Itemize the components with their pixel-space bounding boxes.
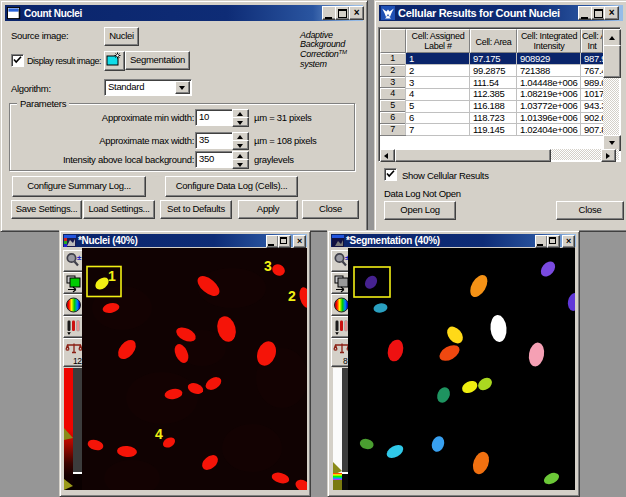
svg-text:12: 12 bbox=[73, 356, 82, 366]
svg-text:1: 1 bbox=[108, 268, 116, 284]
svg-text:2: 2 bbox=[288, 288, 296, 304]
svg-text:4: 4 bbox=[155, 426, 163, 442]
svg-text:3: 3 bbox=[264, 258, 272, 274]
